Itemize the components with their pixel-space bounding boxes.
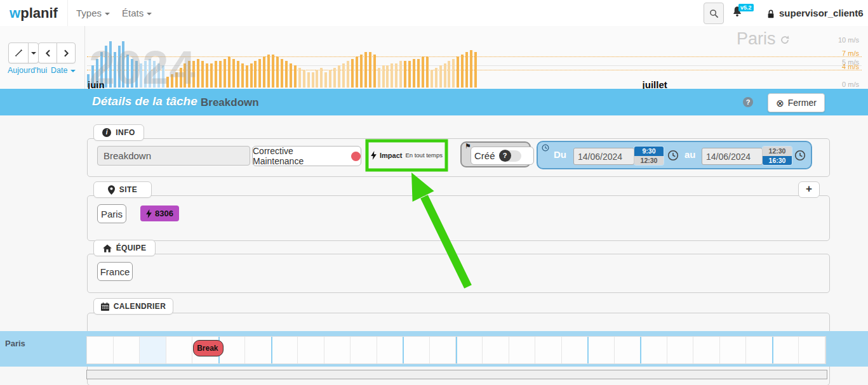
wind-bar: [404, 61, 406, 88]
wind-bar: [364, 52, 367, 88]
wind-bar: [431, 70, 433, 88]
wind-bar: [276, 56, 279, 88]
wind-bar: [399, 61, 402, 88]
menu-etats-label: États: [122, 8, 144, 18]
wind-bar: [448, 61, 450, 88]
calendar-cell[interactable]: [324, 337, 351, 363]
refresh-icon[interactable]: [780, 35, 790, 45]
wind-bar: [360, 55, 363, 88]
calendar-cell[interactable]: [140, 337, 166, 363]
calendar-cell[interactable]: [588, 337, 615, 363]
calendar-cell[interactable]: [114, 337, 140, 363]
axis-label-7ms: 7 m/s: [842, 49, 859, 57]
wind-bar: [254, 61, 257, 88]
wind-bar: [246, 65, 248, 88]
search-icon: [709, 9, 719, 18]
wind-bar: [422, 56, 424, 88]
info-icon: i: [102, 128, 111, 137]
search-button[interactable]: [704, 3, 724, 24]
logo-rest: planif: [20, 5, 58, 21]
menu-etats[interactable]: États: [122, 0, 152, 26]
wind-bar: [351, 59, 354, 88]
wind-bar: [413, 59, 415, 88]
wind-bar: [324, 72, 327, 88]
calendar-cell[interactable]: [166, 337, 193, 363]
axis-label-4ms: 4 m/s: [842, 63, 859, 70]
calendar-cell[interactable]: [720, 337, 747, 363]
wind-bar: [307, 72, 310, 88]
wind-bar: [206, 63, 208, 88]
calendar-cell[interactable]: [483, 337, 509, 363]
help-button[interactable]: ?: [743, 97, 753, 107]
calendar-cell[interactable]: [298, 337, 324, 363]
wind-bar: [281, 59, 283, 88]
house-icon: [103, 244, 112, 252]
task-detail-title: Détails de la tâche: [92, 95, 197, 108]
wind-bar: [285, 61, 288, 88]
info-panel: [87, 138, 830, 177]
calendar-cell[interactable]: [746, 337, 773, 363]
tab-site[interactable]: SITE: [93, 181, 152, 198]
tab-info[interactable]: i INFO: [93, 124, 144, 141]
tab-info-label: INFO: [116, 128, 135, 137]
wind-bar: [228, 56, 230, 88]
calendar-week-separator: [640, 337, 641, 363]
wind-bar: [465, 52, 468, 88]
close-button[interactable]: ⊗Fermer: [768, 93, 825, 112]
tab-calendrier[interactable]: CALENDRIER: [93, 298, 173, 315]
wind-bar: [452, 59, 455, 88]
wind-bar: [408, 61, 411, 88]
calendar-cell[interactable]: [535, 337, 562, 363]
calendar-cell[interactable]: [87, 337, 114, 363]
calendar-cell[interactable]: [430, 337, 457, 363]
calendar-cell[interactable]: [457, 337, 483, 363]
wind-bar: [347, 61, 349, 88]
calendar-week-separator: [456, 337, 457, 363]
task-name: Breakdown: [201, 96, 259, 109]
wind-bar: [426, 56, 429, 88]
wind-bar: [263, 56, 265, 88]
wind-bar: [338, 65, 340, 88]
calendar-cell[interactable]: [562, 337, 589, 363]
horizontal-scrollbar[interactable]: [86, 370, 827, 379]
calendar-row[interactable]: Break: [87, 337, 825, 363]
add-site-button[interactable]: +: [798, 181, 820, 198]
logo-accent: w: [10, 5, 20, 21]
calendar-cell[interactable]: [641, 337, 667, 363]
calendar-cell[interactable]: [509, 337, 536, 363]
tab-equipe[interactable]: ÉQUIPE: [93, 240, 156, 256]
task-detail-header: Détails de la tâche Breakdown ? ⊗Fermer: [0, 89, 868, 115]
wind-bar: [210, 63, 213, 88]
calendar-cell[interactable]: [377, 337, 404, 363]
wind-bar: [386, 65, 389, 88]
wind-bar: [444, 63, 446, 88]
year-watermark: 2024: [89, 41, 196, 95]
wind-bar: [474, 52, 477, 88]
menu-types[interactable]: Types: [76, 0, 110, 26]
calendar-cell[interactable]: [773, 337, 799, 363]
wind-bar: [241, 63, 244, 88]
app-logo[interactable]: wplanif: [0, 0, 68, 26]
equipe-panel: [87, 254, 830, 293]
calendar-cell[interactable]: [403, 337, 430, 363]
calendar-event-breakdown[interactable]: Break: [193, 340, 224, 356]
tab-calendrier-label: CALENDRIER: [114, 302, 166, 311]
calendar-cell[interactable]: [667, 337, 694, 363]
axis-label-0ms: 0 m/s: [842, 81, 859, 88]
calendar-cell[interactable]: [693, 337, 720, 363]
wind-bar: [201, 61, 204, 88]
calendar-cell[interactable]: [799, 337, 825, 363]
calendar-cell[interactable]: [245, 337, 272, 363]
calendar-cell[interactable]: [351, 337, 377, 363]
wind-bar: [215, 61, 217, 88]
wind-bar: [232, 59, 235, 88]
calendar-cell[interactable]: [272, 337, 298, 363]
timeline-site-name: Paris: [737, 29, 776, 48]
wind-bar: [237, 61, 239, 88]
wind-bar: [298, 68, 301, 88]
calendar-week-separator: [403, 337, 404, 363]
notifications-button[interactable]: v5.2: [731, 6, 753, 22]
wind-bar: [356, 56, 358, 88]
calendar-cell[interactable]: [615, 337, 641, 363]
user-menu[interactable]: supervisor_client6: [766, 0, 868, 26]
